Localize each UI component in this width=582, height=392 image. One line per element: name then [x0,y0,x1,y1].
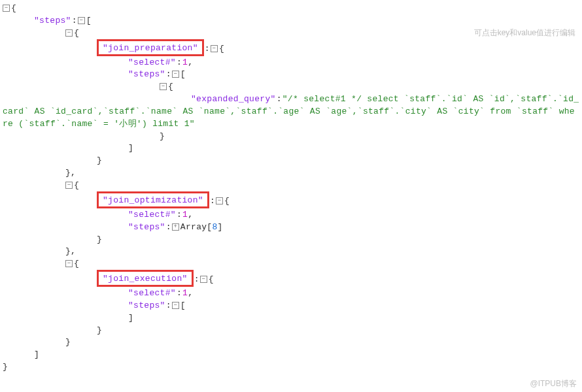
collapse-icon[interactable]: − [211,45,218,52]
key-join-execution: "join_execution" [103,274,188,284]
array-item-close: }, [3,167,579,180]
key-join-optimization: "join_optimization" [103,195,203,205]
array-item-open: −{ [3,258,579,270]
highlight-box: "join_optimization" [97,191,209,208]
select-num-line[interactable]: "select#":1, [3,209,579,221]
array-type: Array [180,222,207,232]
collapse-icon[interactable]: − [172,71,179,78]
key-select-num: "select#" [128,57,176,67]
join-optimization-line[interactable]: "join_optimization":−{ [3,192,579,209]
collapse-icon[interactable]: − [65,29,73,37]
value-select-num: 1 [182,210,188,220]
collapse-icon[interactable]: − [3,5,10,12]
array-item-open: −{ [3,180,579,192]
steps-inner-line[interactable]: "steps":−[ [3,69,579,81]
inner-object-close: } [3,131,579,143]
key-expanded-query: "expanded_query" [191,94,276,104]
join-execution-line[interactable]: "join_execution":−{ [3,270,579,287]
root-close: } [3,361,579,374]
key-steps: "steps" [128,222,165,232]
value-select-num: 1 [182,288,188,298]
value-expanded-query: "/* select#1 */ select `staff`.`id` AS `… [3,94,579,129]
expand-icon[interactable]: + [172,223,179,231]
steps-inner-line[interactable]: "steps":−[ [3,300,579,312]
collapse-icon[interactable]: − [200,276,207,283]
select-num-line[interactable]: "select#":1, [3,57,579,69]
root-open: −{ [3,3,579,15]
array-count: 8 [212,222,217,232]
steps-inner-close: ] [3,312,579,325]
steps-key-line[interactable]: "steps":−[ [3,15,579,27]
collapse-icon[interactable]: − [216,197,223,204]
steps-collapsed-line[interactable]: "steps":+Array[8] [3,221,579,234]
collapse-icon[interactable]: − [78,17,85,24]
collapse-icon[interactable]: − [160,83,167,90]
watermark: @ITPUB博客 [530,378,577,389]
join-prep-close: } [3,155,579,167]
key-join-preparation: "join_preparation" [103,43,198,53]
select-num-line[interactable]: "select#":1, [3,287,579,300]
steps-close: ] [3,349,579,361]
highlight-box: "join_preparation" [97,39,204,56]
key-steps: "steps" [128,301,165,310]
steps-inner-close: ] [3,142,579,155]
value-select-num: 1 [182,57,188,67]
collapse-icon[interactable]: − [65,260,73,267]
join-opt-close: } [3,234,579,246]
editor-hint: 可点击key和value值进行编辑 [474,27,575,39]
array-item-close: }, [3,246,579,258]
array-item-close: } [3,336,579,349]
collapse-icon[interactable]: − [65,182,73,189]
key-steps: "steps" [128,69,165,79]
join-preparation-line[interactable]: "join_preparation":−{ [3,40,579,57]
highlight-box: "join_execution" [97,270,194,287]
key-select-num: "select#" [128,288,176,298]
key-select-num: "select#" [128,210,176,220]
inner-object-open: −{ [3,81,579,93]
collapse-icon[interactable]: − [172,302,179,309]
join-exec-close: } [3,325,579,337]
expanded-query-line[interactable]: "expanded_query":"/* select#1 */ select … [3,93,579,131]
key-steps: "steps" [34,16,71,25]
